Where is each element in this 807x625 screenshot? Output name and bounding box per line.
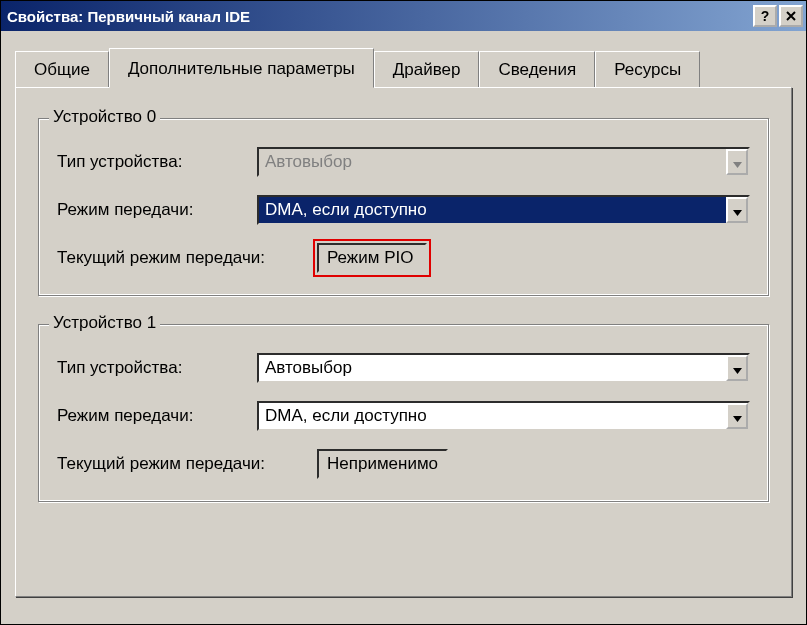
combo-text-device1-mode: DMA, если доступно bbox=[259, 403, 726, 429]
tab-resources[interactable]: Ресурсы bbox=[595, 51, 700, 88]
label-device1-mode: Режим передачи: bbox=[57, 406, 257, 426]
chevron-down-icon bbox=[733, 202, 742, 219]
label-device1-type: Тип устройства: bbox=[57, 358, 257, 378]
combo-btn-device1-mode[interactable] bbox=[726, 403, 748, 429]
combo-device0-mode[interactable]: DMA, если доступно bbox=[257, 195, 750, 225]
value-device1-current: Неприменимо bbox=[317, 449, 448, 479]
tab-driver[interactable]: Драйвер bbox=[374, 51, 480, 88]
tab-general[interactable]: Общие bbox=[15, 51, 109, 88]
group-legend-device0: Устройство 0 bbox=[49, 107, 160, 127]
tab-panel: Устройство 0 Тип устройства: Автовыбор Р… bbox=[15, 87, 792, 597]
chevron-down-icon bbox=[733, 360, 742, 377]
combo-device1-mode[interactable]: DMA, если доступно bbox=[257, 401, 750, 431]
value-device0-current: Режим PIO bbox=[317, 243, 427, 273]
close-button[interactable] bbox=[779, 5, 803, 27]
tab-strip: Общие Дополнительные параметры Драйвер С… bbox=[15, 51, 792, 88]
label-device0-mode: Режим передачи: bbox=[57, 200, 257, 220]
properties-dialog: Свойства: Первичный канал IDE ? Общие До… bbox=[0, 0, 807, 625]
chevron-down-icon bbox=[733, 154, 742, 171]
window-title: Свойства: Первичный канал IDE bbox=[7, 8, 250, 25]
help-icon: ? bbox=[761, 8, 770, 24]
combo-device1-type[interactable]: Автовыбор bbox=[257, 353, 750, 383]
combo-text-device0-type: Автовыбор bbox=[259, 149, 726, 175]
tab-advanced[interactable]: Дополнительные параметры bbox=[109, 48, 374, 88]
combo-text-device0-mode: DMA, если доступно bbox=[259, 197, 726, 223]
close-icon bbox=[786, 11, 796, 21]
combo-btn-device0-type bbox=[726, 149, 748, 175]
tab-details[interactable]: Сведения bbox=[479, 51, 595, 88]
combo-btn-device0-mode[interactable] bbox=[726, 197, 748, 223]
combo-device0-type: Автовыбор bbox=[257, 147, 750, 177]
title-bar: Свойства: Первичный канал IDE ? bbox=[1, 1, 806, 31]
label-device0-current: Текущий режим передачи: bbox=[57, 248, 317, 268]
label-device0-type: Тип устройства: bbox=[57, 152, 257, 172]
combo-btn-device1-type[interactable] bbox=[726, 355, 748, 381]
group-device0: Устройство 0 Тип устройства: Автовыбор Р… bbox=[38, 118, 769, 296]
combo-text-device1-type: Автовыбор bbox=[259, 355, 726, 381]
chevron-down-icon bbox=[733, 408, 742, 425]
help-button[interactable]: ? bbox=[753, 5, 777, 27]
group-legend-device1: Устройство 1 bbox=[49, 313, 160, 333]
group-device1: Устройство 1 Тип устройства: Автовыбор Р… bbox=[38, 324, 769, 502]
label-device1-current: Текущий режим передачи: bbox=[57, 454, 317, 474]
